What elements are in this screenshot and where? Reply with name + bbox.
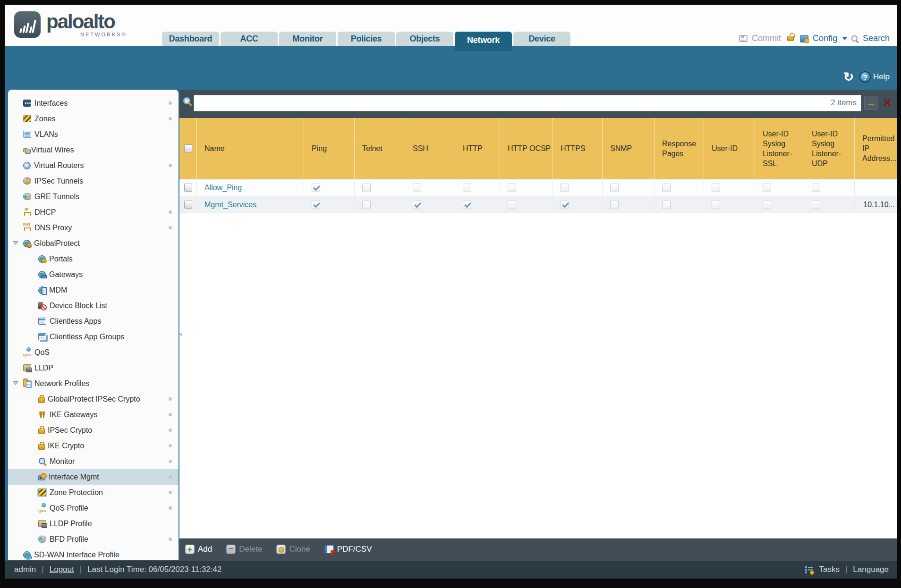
uid-syslog-udp-checkbox[interactable]: [812, 184, 820, 192]
config-button[interactable]: Config: [813, 34, 837, 43]
sidebar-item-interfaces[interactable]: Interfaces: [8, 95, 178, 111]
ssh-checkbox[interactable]: [413, 201, 421, 209]
sidebar-item-clientless-app-groups[interactable]: Clientless App Groups: [8, 329, 178, 344]
http-ocsp-checkbox[interactable]: [508, 201, 516, 209]
tab-acc[interactable]: ACC: [221, 32, 278, 46]
row-checkbox[interactable]: [184, 201, 192, 209]
sidebar-item-clientless-apps[interactable]: Clientless Apps: [8, 313, 178, 329]
sidebar-item-ike-gateways[interactable]: IKE Gateways: [8, 407, 178, 422]
response-pages-checkbox[interactable]: [662, 201, 671, 209]
sidebar-item-lldp-profile[interactable]: LLDP Profile: [8, 516, 178, 531]
sidebar-collapse-handle[interactable]: ◂: [178, 330, 182, 337]
ssh-checkbox[interactable]: [413, 184, 421, 192]
sidebar-item-portals[interactable]: Portals: [8, 251, 178, 267]
commit-button[interactable]: Commit: [752, 34, 781, 43]
clone-button[interactable]: Clone: [276, 545, 310, 554]
ping-checkbox[interactable]: [312, 201, 320, 209]
column-header-https[interactable]: HTTPS: [553, 118, 603, 179]
sidebar-item-sd-wan-interface-profile[interactable]: SD-WAN Interface Profile: [8, 547, 178, 560]
tab-dashboard[interactable]: Dashboard: [162, 32, 219, 46]
sidebar-item-network-profiles[interactable]: Network Profiles: [8, 376, 178, 391]
help-group[interactable]: ? Help: [859, 71, 890, 83]
logout-link[interactable]: Logout: [50, 565, 74, 574]
sidebar-item-qos-profile[interactable]: QoS Profile: [8, 500, 178, 516]
sidebar-item-interface-mgmt[interactable]: Interface Mgmt: [8, 469, 178, 485]
sidebar-item-ipsec-crypto[interactable]: IPSec Crypto: [8, 422, 178, 438]
sidebar-item-dns-proxy[interactable]: DNS Proxy: [8, 220, 178, 235]
clone-icon: [276, 545, 286, 554]
sidebar-item-ipsec-tunnels[interactable]: IPSec Tunnels: [8, 173, 178, 189]
sidebar-item-zone-protection[interactable]: Zone Protection: [8, 485, 178, 500]
column-header-http-ocsp[interactable]: HTTP OCSP: [500, 118, 553, 179]
filter-input[interactable]: [194, 95, 861, 111]
tab-monitor[interactable]: Monitor: [279, 32, 336, 46]
sidebar-item-gre-tunnels[interactable]: GRE Tunnels: [8, 189, 178, 204]
global-search-button[interactable]: Search: [863, 34, 890, 43]
https-checkbox[interactable]: [561, 201, 569, 209]
profile-name-link[interactable]: Mgmt_Services: [204, 201, 256, 209]
sidebar-item-mdm[interactable]: MDM: [8, 282, 178, 298]
user-id-checkbox[interactable]: [712, 201, 720, 209]
select-all-checkbox[interactable]: [184, 144, 192, 152]
expander-triangle-icon[interactable]: [13, 241, 18, 245]
language-button[interactable]: Language: [853, 565, 889, 574]
sidebar-item-dhcp[interactable]: DHCP: [8, 204, 178, 220]
sidebar-item-gateways[interactable]: Gateways: [8, 267, 178, 282]
refresh-icon[interactable]: ↻: [843, 71, 854, 83]
profile-name-link[interactable]: Allow_Ping: [204, 184, 242, 192]
snmp-checkbox[interactable]: [610, 201, 619, 209]
tab-policies[interactable]: Policies: [338, 32, 395, 46]
column-header-permitted-ip[interactable]: Permitted IP Address...: [855, 118, 897, 179]
column-header-ping[interactable]: Ping: [304, 118, 355, 179]
tab-network[interactable]: Network: [455, 32, 512, 51]
telnet-checkbox[interactable]: [362, 201, 371, 209]
sidebar-item-zones[interactable]: Zones: [8, 111, 178, 126]
column-header-ssh[interactable]: SSH: [405, 118, 455, 179]
sidebar-item-qos[interactable]: QoS: [8, 344, 178, 360]
snmp-checkbox[interactable]: [610, 184, 619, 192]
user-id-checkbox[interactable]: [712, 184, 720, 192]
sidebar-item-globalprotect-ipsec-crypto[interactable]: GlobalProtect IPSec Crypto: [8, 391, 178, 407]
column-header-uid-syslog-udp[interactable]: User-ID Syslog Listener-UDP: [804, 118, 855, 179]
sidebar-item-lldp[interactable]: LLDP: [8, 360, 178, 376]
telnet-checkbox[interactable]: [362, 184, 371, 192]
expander-triangle-icon[interactable]: [13, 381, 18, 385]
tasks-button[interactable]: Tasks: [819, 565, 839, 574]
delete-button[interactable]: Delete: [226, 545, 262, 554]
item-dot: [169, 164, 172, 167]
sidebar-item-ike-crypto[interactable]: IKE Crypto: [8, 438, 178, 454]
column-header-http[interactable]: HTTP: [455, 118, 500, 179]
cell-permitted-ip: 10.1.10...: [855, 196, 897, 213]
row-checkbox[interactable]: [184, 184, 192, 192]
sidebar-item-virtual-routers[interactable]: Virtual Routers: [8, 158, 178, 173]
column-header-response-pages[interactable]: Response Pages: [654, 118, 704, 179]
ping-checkbox[interactable]: [312, 184, 320, 192]
uid-syslog-ssl-checkbox[interactable]: [763, 201, 771, 209]
uid-syslog-ssl-checkbox[interactable]: [763, 184, 771, 192]
http-ocsp-checkbox[interactable]: [508, 184, 516, 192]
apply-filter-button[interactable]: →: [864, 96, 878, 110]
uid-syslog-udp-checkbox[interactable]: [812, 201, 820, 209]
https-checkbox[interactable]: [561, 184, 569, 192]
column-header-telnet[interactable]: Telnet: [355, 118, 405, 179]
column-header-name[interactable]: Name: [197, 118, 304, 179]
lock-icon[interactable]: [787, 36, 794, 41]
sidebar-item-virtual-wires[interactable]: Virtual Wires: [8, 142, 178, 158]
pdf-csv-button[interactable]: PDF/CSV: [324, 545, 372, 554]
column-header-uid-syslog-ssl[interactable]: User-ID Syslog Listener-SSL: [755, 118, 804, 179]
response-pages-checkbox[interactable]: [662, 184, 671, 192]
column-header-user-id[interactable]: User-ID: [704, 118, 755, 179]
tab-objects[interactable]: Objects: [396, 32, 453, 46]
sidebar-item-vlans[interactable]: VLANs: [8, 126, 178, 142]
http-checkbox[interactable]: [463, 201, 471, 209]
clear-filter-button[interactable]: ×: [880, 96, 894, 110]
sidebar-item-device-block-list[interactable]: Device Block List: [8, 298, 178, 313]
sidebar-item-monitor[interactable]: Monitor: [8, 454, 178, 469]
sidebar-item-bfd-profile[interactable]: BFD Profile: [8, 531, 178, 547]
add-button[interactable]: Add: [185, 545, 212, 554]
column-header-snmp[interactable]: SNMP: [603, 118, 654, 179]
chevron-down-icon[interactable]: [842, 37, 847, 40]
tab-device[interactable]: Device: [513, 32, 570, 46]
http-checkbox[interactable]: [463, 184, 471, 192]
sidebar-item-globalprotect[interactable]: GlobalProtect: [8, 235, 178, 251]
